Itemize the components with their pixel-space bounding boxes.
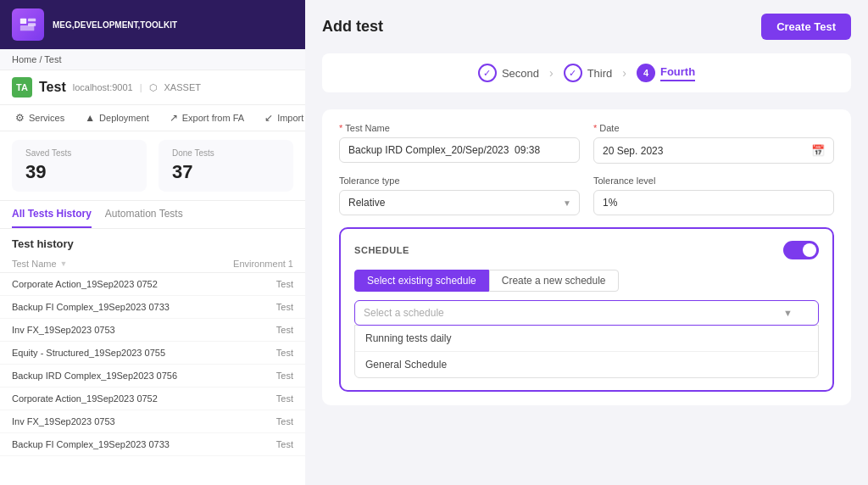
export-icon: ↗ [170,112,178,124]
svg-rect-3 [20,25,35,31]
sort-icon[interactable]: ▼ [60,259,68,268]
test-name-label: * Test Name [339,123,580,133]
schedule-toggle[interactable] [783,241,819,259]
nav-tab-export-label: Export from FA [182,113,244,123]
row-test-name: Equity - Structured_19Sep2023 0755 [12,348,225,358]
form-row-2: Tolerance type Relative Absolute ▼ Toler… [339,176,834,215]
tab-automation-tests[interactable]: Automation Tests [105,208,183,228]
stat-done-tests: Done Tests 37 [159,140,293,192]
stat-saved-value: 39 [25,161,133,183]
tab-automation-label: Automation Tests [105,208,183,220]
logo-box [12,8,44,41]
row-env: Test [225,439,293,449]
row-env: Test [225,325,293,335]
form-group-tolerance-type: Tolerance type Relative Absolute ▼ [339,176,580,215]
panel-title: Add test [322,18,383,36]
test-tabs: All Tests History Automation Tests [0,201,305,229]
table-row[interactable]: Backup IRD Complex_19Sep2023 0756 Test [0,365,305,387]
panel-header: Add test Create Test [322,14,851,40]
create-test-button[interactable]: Create Test [761,14,851,40]
step-arrow-2: › [622,66,626,80]
left-panel: MEG,DEVELOPMENT,TOOLKIT Home / Test TA T… [0,0,305,485]
schedule-option[interactable]: General Schedule [355,352,818,377]
step-done-icon-second: ✓ [478,64,497,82]
row-env: Test [225,348,293,358]
date-input[interactable]: 20 Sep. 2023 📅 [593,137,834,164]
table-row[interactable]: Equity - Structured_19Sep2023 0755 Test [0,342,305,365]
tolerance-type-wrapper: Relative Absolute ▼ [339,190,580,215]
svg-rect-0 [20,19,26,24]
stat-done-label: Done Tests [172,148,280,158]
wizard-step-fourth[interactable]: 4 Fourth [637,64,695,82]
breadcrumb-home[interactable]: Home [12,54,36,64]
step-label-third: Third [587,67,613,80]
form-group-tolerance-level: Tolerance level [593,176,834,215]
tolerance-level-label: Tolerance level [593,176,834,186]
tolerance-type-label: Tolerance type [339,176,580,186]
schedule-header: SCHEDULE [354,241,819,259]
import-icon: ↙ [264,112,273,124]
schedule-option[interactable]: Running tests daily [355,326,818,352]
wizard-step-second[interactable]: ✓ Second [478,64,539,82]
services-icon: ⚙ [15,112,25,124]
test-meta: localhost:9001 | ⬡ XASSET [73,82,201,93]
nav-tab-import-label: Import [277,113,303,123]
table-row[interactable]: Corporate Action_19Sep2023 0752 Test [0,273,305,296]
step-done-icon-third: ✓ [564,64,582,82]
stat-done-value: 37 [172,161,280,183]
table-row[interactable]: Inv FX_19Sep2023 0753 Test [0,319,305,342]
table-row[interactable]: Inv FX_19Sep2023 0753 Test [0,410,305,433]
tab-all-tests[interactable]: All Tests History [12,208,92,228]
right-panel: Add test Create Test ✓ Second › ✓ Third … [305,0,868,485]
table-row[interactable]: Corporate Action_19Sep2023 0752 Test [0,387,305,410]
row-test-name: Corporate Action_19Sep2023 0752 [12,279,225,289]
schedule-placeholder: Select a schedule [364,307,444,319]
test-title: Test [39,80,66,95]
step-label-fourth: Fourth [660,65,695,81]
row-env: Test [225,393,293,404]
form-row-1: * Test Name * Date 20 Sep. 2023 📅 [339,123,834,164]
row-test-name: Backup FI Complex_19Sep2023 0733 [12,302,225,312]
nav-tab-export[interactable]: ↗ Export from FA [161,105,253,131]
calendar-icon: 📅 [811,144,825,157]
table-row[interactable]: Backup FI Complex_19Sep2023 0733 Test [0,433,305,456]
col-name-header: Test Name ▼ [12,259,225,269]
date-label: * Date [593,123,834,133]
nav-tab-services-label: Services [29,113,64,123]
sched-tab-existing[interactable]: Select existing schedule [354,270,489,292]
nav-tab-import[interactable]: ↙ Import [256,105,305,131]
stat-saved-tests: Saved Tests 39 [12,140,147,192]
tolerance-level-input[interactable] [593,190,834,215]
app-title: MEG,DEVELOPMENT,TOOLKIT [53,20,177,31]
stat-saved-label: Saved Tests [25,148,133,158]
tolerance-type-select[interactable]: Relative Absolute [339,190,580,215]
nav-tab-services[interactable]: ⚙ Services [7,105,73,131]
breadcrumb: Home / Test [0,49,305,70]
test-icon: TA [12,77,32,98]
schedule-dropdown[interactable]: Select a schedule ▼ [354,300,819,326]
schedule-box: SCHEDULE Select existing schedule Create… [339,227,834,392]
row-test-name: Backup FI Complex_19Sep2023 0733 [12,439,225,449]
test-asset: XASSET [164,82,201,92]
row-test-name: Inv FX_19Sep2023 0753 [12,325,225,335]
breadcrumb-current[interactable]: Test [44,54,61,64]
tab-all-tests-label: All Tests History [12,208,92,220]
nav-tabs: ⚙ Services ▲ Deployment ↗ Export from FA… [0,105,305,131]
table-body: Corporate Action_19Sep2023 0752 Test Bac… [0,273,305,485]
test-name-input[interactable] [339,137,580,163]
svg-rect-1 [28,19,36,22]
schedule-title: SCHEDULE [354,245,409,255]
step-active-icon-fourth: 4 [637,64,655,82]
row-test-name: Corporate Action_19Sep2023 0752 [12,393,225,404]
row-env: Test [225,279,293,289]
wizard-step-third[interactable]: ✓ Third [564,64,613,82]
sched-tab-new[interactable]: Create a new schedule [489,270,619,292]
step-arrow-1: › [549,66,554,80]
nav-tab-deployment[interactable]: ▲ Deployment [76,105,158,131]
row-env: Test [225,371,293,381]
test-title-bar: TA Test localhost:9001 | ⬡ XASSET [0,70,305,105]
table-row[interactable]: Backup FI Complex_19Sep2023 0733 Test [0,296,305,319]
test-history-label: Test history [0,229,305,255]
table-header: Test Name ▼ Environment 1 [0,255,305,273]
deployment-icon: ▲ [85,112,95,124]
